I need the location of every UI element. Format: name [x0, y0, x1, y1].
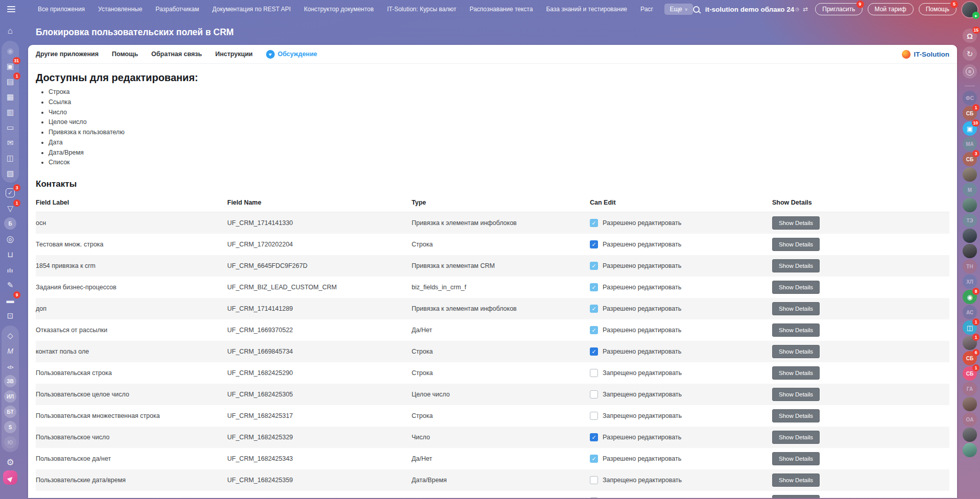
menu-sales-funnel[interactable]: 1 [3, 201, 17, 215]
tab-help[interactable]: Помощь [112, 51, 138, 58]
menu-payments[interactable]: 9 [3, 293, 17, 307]
chat-owl[interactable]: 8 [963, 290, 977, 304]
menu-calendar[interactable] [3, 89, 17, 104]
menu-crm[interactable] [3, 151, 17, 165]
menu-mail[interactable] [3, 135, 17, 149]
switch-portal-icon[interactable] [803, 6, 808, 13]
tariff-button[interactable]: Мой тариф [868, 3, 914, 15]
can-edit-checkbox[interactable] [590, 433, 598, 441]
menu-target[interactable] [3, 232, 17, 246]
menu-toggle-icon[interactable] [7, 6, 15, 12]
open-chats-button[interactable] [963, 64, 977, 79]
can-edit-checkbox[interactable] [590, 476, 598, 484]
menu-tasks[interactable]: 1 [3, 74, 17, 88]
show-details-button[interactable]: Show Details [772, 238, 820, 251]
menu-messenger[interactable]: 31 [3, 59, 17, 73]
can-edit-checkbox[interactable] [590, 497, 598, 498]
nav-knowledge-base[interactable]: База знаний и тестирование [546, 6, 627, 13]
contact-ac[interactable]: АС [963, 305, 977, 319]
nav-developers[interactable]: Разработчикам [156, 6, 199, 13]
contact-photo-1[interactable] [963, 167, 977, 182]
contact-tn[interactable]: ТН [963, 259, 977, 273]
show-details-button[interactable]: Show Details [772, 495, 820, 498]
contact-sb-4[interactable]: СБ 1 [963, 366, 977, 381]
nav-text-recognition[interactable]: Распознавание текста [470, 6, 533, 13]
contact-m[interactable]: М [963, 183, 977, 197]
menu-analytics[interactable] [3, 262, 17, 277]
menu-user-il[interactable]: ИЛ [3, 389, 17, 404]
menu-ai-bot[interactable] [3, 308, 17, 322]
nav-rest-api-docs[interactable]: Документация по REST API [212, 6, 291, 13]
chat-group[interactable]: 1 [963, 320, 977, 335]
contact-photo-2[interactable] [963, 198, 977, 212]
show-details-button[interactable]: Show Details [772, 345, 820, 358]
show-details-button[interactable]: Show Details [772, 366, 820, 380]
contact-te[interactable]: ТЭ [963, 213, 977, 228]
contact-photo-4[interactable] [963, 244, 977, 258]
messenger-shortcut[interactable]: 10 [963, 121, 977, 136]
menu-marketing[interactable] [3, 343, 17, 358]
menu-live-feed[interactable] [3, 43, 17, 58]
nav-installed[interactable]: Установленные [98, 6, 142, 13]
notifications-button[interactable]: 15 [963, 29, 977, 43]
show-details-button[interactable]: Show Details [772, 281, 820, 294]
menu-user-yu[interactable]: Ю [3, 435, 17, 450]
show-details-button[interactable]: Show Details [772, 473, 820, 487]
tab-instructions[interactable]: Инструкции [215, 51, 252, 58]
menu-bi[interactable]: Б [3, 216, 17, 231]
contact-fs[interactable]: ФС [963, 91, 977, 105]
contact-sb-1[interactable]: СБ 1 [963, 106, 977, 120]
menu-shop[interactable] [3, 247, 17, 261]
search-icon[interactable] [693, 6, 700, 13]
help-button[interactable]: Помощь 5 [919, 3, 957, 15]
menu-user-s[interactable]: S [3, 420, 17, 434]
menu-documents[interactable] [3, 105, 17, 119]
contact-sb-2[interactable]: СБ 3 [963, 152, 977, 166]
can-edit-checkbox[interactable] [590, 455, 598, 463]
menu-tasks-projects[interactable]: 3 [3, 186, 17, 200]
can-edit-checkbox[interactable] [590, 347, 598, 356]
user-avatar[interactable] [962, 2, 977, 17]
can-edit-checkbox[interactable] [590, 219, 598, 227]
portal-name[interactable]: it-solution demo облако 24 [705, 6, 795, 13]
tab-feedback[interactable]: Обратная связь [151, 51, 202, 58]
menu-drive[interactable] [3, 120, 17, 134]
show-details-button[interactable]: Show Details [772, 452, 820, 465]
can-edit-checkbox[interactable] [590, 412, 598, 420]
can-edit-checkbox[interactable] [590, 262, 598, 270]
show-details-button[interactable]: Show Details [772, 302, 820, 315]
menu-home[interactable] [3, 23, 17, 38]
show-details-button[interactable]: Show Details [772, 388, 820, 401]
menu-dev-tools[interactable] [3, 359, 17, 373]
can-edit-checkbox[interactable] [590, 305, 598, 313]
can-edit-checkbox[interactable] [590, 390, 598, 398]
show-details-button[interactable]: Show Details [772, 216, 820, 230]
tab-discussion[interactable]: Обсуждение [266, 50, 317, 59]
nav-all-apps[interactable]: Все приложения [38, 6, 85, 13]
can-edit-checkbox[interactable] [590, 240, 598, 248]
contact-ga[interactable]: ГА [963, 382, 977, 396]
contact-photo-7[interactable] [963, 428, 977, 442]
invite-button[interactable]: Пригласить 9 [815, 3, 862, 15]
contact-photo-8[interactable] [963, 443, 977, 457]
contact-ma[interactable]: МА [963, 137, 977, 151]
contact-sb-3[interactable]: СБ 6 [963, 351, 977, 365]
history-button[interactable] [963, 46, 977, 61]
can-edit-checkbox[interactable] [590, 326, 598, 334]
can-edit-checkbox[interactable] [590, 283, 598, 291]
contact-photo-6[interactable] [963, 397, 977, 411]
show-details-button[interactable]: Show Details [772, 259, 820, 272]
menu-settings[interactable] [3, 455, 17, 469]
nav-text-recognition-free[interactable]: Распознавание текста FREE [640, 6, 653, 13]
menu-sign[interactable] [3, 278, 17, 292]
contact-hl[interactable]: ХЛ [963, 275, 977, 289]
can-edit-checkbox[interactable] [590, 369, 598, 377]
show-details-button[interactable]: Show Details [772, 409, 820, 422]
it-solution-brand[interactable]: IT-Solution [902, 50, 949, 59]
menu-user-zv[interactable]: ЗВ [3, 374, 17, 388]
tab-other-apps[interactable]: Другие приложения [36, 51, 99, 58]
contact-oa[interactable]: ОА [963, 412, 977, 427]
show-details-button[interactable]: Show Details [772, 431, 820, 444]
contact-photo-3[interactable] [963, 229, 977, 243]
menu-sign-board[interactable] [3, 166, 17, 180]
